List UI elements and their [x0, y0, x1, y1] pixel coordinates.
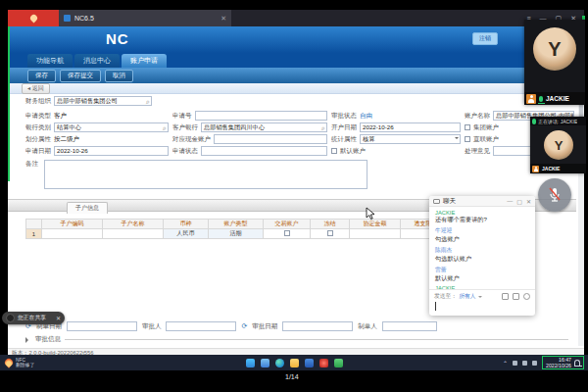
search-icon[interactable]: ⌕: [163, 123, 167, 132]
avatar: Y: [533, 27, 576, 71]
edge-browser-icon[interactable]: [275, 359, 284, 368]
video-tile-speaking[interactable]: 正在讲话: JACKIE Y JACKIE: [530, 117, 586, 173]
search-icon[interactable]: ⌕: [146, 97, 150, 106]
mention-icon[interactable]: [523, 293, 530, 300]
host-badge-icon: [526, 94, 536, 104]
app-icon-green[interactable]: [334, 359, 343, 368]
cash-account-input[interactable]: [214, 134, 327, 144]
mute-microphone-button[interactable]: [538, 178, 571, 212]
default-account-checkbox[interactable]: [331, 148, 337, 154]
share-pill-text: 您正在共享: [18, 314, 46, 322]
apply-date-input[interactable]: 2022-10-26: [54, 146, 169, 156]
search-icon[interactable]: ⌕: [321, 123, 325, 132]
create-date-input[interactable]: [67, 321, 137, 331]
network-icon[interactable]: [513, 361, 517, 366]
file-explorer-icon[interactable]: [290, 359, 299, 368]
nc-logo: NC: [106, 30, 129, 47]
browser-tab-nc[interactable]: NC6.5 ✕: [59, 10, 231, 26]
page-indicator: 1/14: [285, 373, 299, 380]
host-badge-icon: [532, 166, 539, 172]
approver-input[interactable]: [166, 321, 236, 331]
clock-shared-highlight[interactable]: 16:47 2022/10/26: [542, 356, 584, 369]
tab-account-application[interactable]: 账户申请: [122, 54, 167, 68]
subgrid-tab[interactable]: 子户信息: [67, 202, 108, 214]
app-icon-blue[interactable]: [305, 359, 314, 368]
breadcrumb-bar: ◂ 返回: [8, 83, 584, 94]
screenshot-icon[interactable]: [502, 293, 509, 300]
back-button[interactable]: ◂ 返回: [22, 83, 50, 94]
logout-button[interactable]: 注销: [472, 32, 498, 45]
flame-icon: [28, 14, 38, 24]
field-open-date: 开户日期 2022-10-26: [331, 122, 461, 133]
col-currency[interactable]: 币种: [164, 220, 209, 229]
stat-attr-select[interactable]: 核算: [360, 134, 461, 144]
share-control-pill[interactable]: 您正在共享 ✕: [2, 312, 65, 324]
cell-account-type[interactable]: 活期: [209, 229, 264, 239]
chat-input[interactable]: [434, 301, 530, 313]
col-sub-name[interactable]: 子户名称: [103, 220, 164, 229]
send-to-selector[interactable]: 所有人: [459, 292, 475, 301]
chat-message: JACKIE 还有哪个需要讲的?: [435, 210, 529, 224]
expand-arrow-icon[interactable]: [25, 337, 31, 343]
direct-account-checkbox[interactable]: [465, 136, 470, 142]
chat-close-icon[interactable]: ✕: [526, 198, 531, 205]
cell-currency[interactable]: 人民币: [164, 229, 209, 239]
share-knob-icon[interactable]: [6, 314, 15, 322]
divider: [65, 339, 568, 340]
save-button[interactable]: 保存: [27, 70, 56, 82]
share-pill-close-icon[interactable]: ✕: [56, 315, 61, 321]
send-to-label: 发送至：: [434, 292, 457, 301]
open-date-input[interactable]: 2022-10-26: [360, 122, 461, 132]
col-sub-code[interactable]: 子户编码: [42, 220, 103, 229]
app-icon-red[interactable]: [319, 359, 328, 368]
approve-date-input[interactable]: [282, 321, 353, 331]
chat-messages[interactable]: JACKIE 还有哪个需要讲的? 牛迎迎 勾选账户 陈雨杰 勾选默认账户 雷蕾 …: [429, 207, 535, 289]
bank-category-input[interactable]: 结算中心⌕: [54, 122, 169, 132]
notification-bell-icon[interactable]: [574, 360, 580, 366]
tab-message-center[interactable]: 消息中心: [74, 54, 120, 68]
taskbar-notification[interactable]: NFC 删除修了: [0, 358, 147, 368]
frozen-checkbox[interactable]: [327, 230, 333, 236]
org-field-input[interactable]: 总部中部销售集团公司 ⌕: [54, 96, 152, 106]
apply-no-input[interactable]: [195, 111, 328, 121]
chat-panel: 聊天 — ▢ ✕ JACKIE 还有哪个需要讲的? 牛迎迎 勾选账户 陈雨杰 勾…: [429, 196, 535, 316]
cell-agreed-amount[interactable]: [350, 229, 401, 239]
image-icon[interactable]: [513, 293, 519, 300]
approval-section-label[interactable]: 审批信息: [35, 335, 61, 344]
apply-status-input[interactable]: [201, 146, 327, 156]
pinned-tab[interactable]: [8, 10, 59, 26]
chat-minimize-icon[interactable]: —: [507, 198, 513, 205]
start-button-icon[interactable]: [246, 359, 255, 368]
cell-sub-name[interactable]: [103, 229, 164, 239]
field-approve-status: 审批状态 自由: [331, 110, 461, 122]
mic-on-icon: [539, 96, 543, 102]
language-indicator-icon[interactable]: [532, 361, 537, 366]
participant-name: JACKIE: [546, 95, 569, 102]
chevron-down-icon: [455, 137, 459, 141]
tray-expand-icon[interactable]: ⌃: [503, 360, 508, 367]
cancel-button[interactable]: 取消: [105, 70, 133, 82]
chat-maximize-icon[interactable]: ▢: [516, 198, 522, 205]
trade-account-checkbox[interactable]: [284, 230, 290, 236]
group-account-checkbox[interactable]: [465, 124, 470, 130]
col-frozen[interactable]: 冻结: [311, 220, 350, 229]
cell-sub-code[interactable]: [42, 229, 103, 239]
tab-function-nav[interactable]: 功能导航: [27, 54, 73, 68]
remark-textarea[interactable]: [44, 160, 368, 189]
row-number: 1: [26, 229, 42, 239]
col-trade-account[interactable]: 交易账户: [264, 220, 311, 229]
refresh-icon[interactable]: ⟳: [241, 322, 247, 330]
tab-close-icon[interactable]: ✕: [220, 15, 226, 23]
remark-label: 备注: [25, 160, 38, 189]
field-apply-type: 申请类型 客户: [25, 110, 169, 122]
mic-muted-icon: [547, 186, 563, 204]
nc-nav-tabs: 功能导航 消息中心 账户申请: [8, 53, 584, 68]
save-submit-button[interactable]: 保存提交: [60, 70, 101, 82]
creator-input[interactable]: [382, 321, 437, 331]
volume-icon[interactable]: [522, 361, 527, 366]
widgets-icon[interactable]: [261, 359, 270, 368]
customer-bank-input[interactable]: 总部销售集团四川中心⌕: [201, 122, 327, 132]
video-tile-main[interactable]: Y JACKIE: [524, 20, 585, 105]
col-account-type[interactable]: 账户类型: [209, 220, 264, 229]
org-field-row: 财务组织 总部中部销售集团公司 ⌕: [25, 96, 152, 106]
